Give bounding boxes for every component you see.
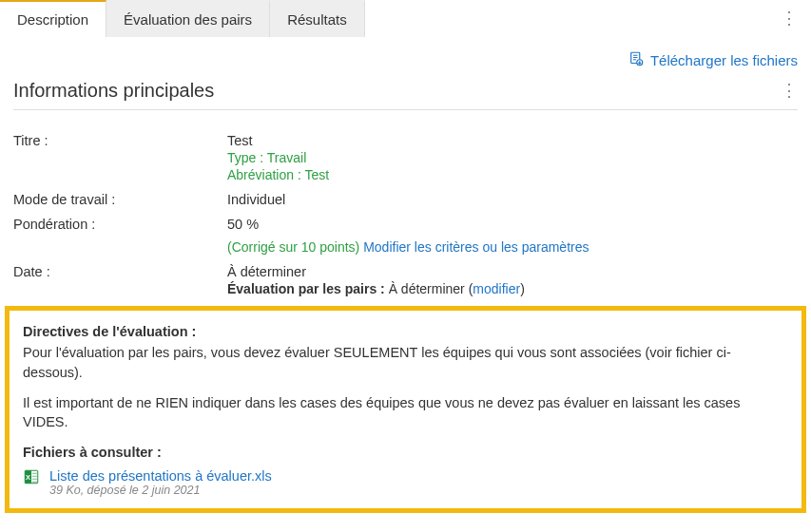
file-meta: 39 Ko, déposé le 2 juin 2021 [49,484,272,497]
tabs-more-icon[interactable]: ⋮ [767,1,811,36]
abbrev-line: Abréviation : Test [227,167,798,182]
peer-eval-label: Évaluation par les pairs : [227,281,385,296]
type-line: Type : Travail [227,150,798,165]
files-heading: Fichiers à consulter : [23,443,788,462]
weight-label: Pondération : [13,217,227,232]
date-value: À déterminer [227,264,798,279]
tab-peer-evaluation[interactable]: Évaluation des pairs [106,0,270,37]
section-more-icon[interactable]: ⋮ [781,81,798,101]
section-title: Informations principales [13,80,214,102]
svg-text:X: X [26,473,30,482]
work-mode-value: Individuel [227,192,798,207]
download-icon [628,50,645,70]
directives-p1: Pour l'évaluation par les pairs, vous de… [23,343,788,382]
peer-eval-value: À déterminer [389,281,465,296]
title-label: Titre : [13,133,227,148]
directives-heading: Directives de l'évaluation : [23,322,788,341]
download-files-link[interactable]: Télécharger les fichiers [650,52,798,68]
file-link[interactable]: Liste des présentations à évaluer.xls [49,468,272,484]
tab-description[interactable]: Description [0,0,106,37]
excel-file-icon: X [23,468,40,487]
weight-value: 50 % [227,217,798,232]
directives-p2: Il est important de ne RIEN indiquer dan… [23,393,788,432]
work-mode-label: Mode de travail : [13,192,227,207]
title-value: Test [227,133,798,148]
corrected-note: (Corrigé sur 10 points) [227,239,359,255]
modify-criteria-link[interactable]: Modifier les critères ou les paramètres [363,239,589,255]
directives-box: Directives de l'évaluation : Pour l'éval… [5,306,806,513]
date-label: Date : [13,264,227,279]
tabs-bar: Description Évaluation des pairs Résulta… [0,0,811,37]
modify-link[interactable]: modifier [473,281,520,296]
tab-results[interactable]: Résultats [270,0,365,37]
